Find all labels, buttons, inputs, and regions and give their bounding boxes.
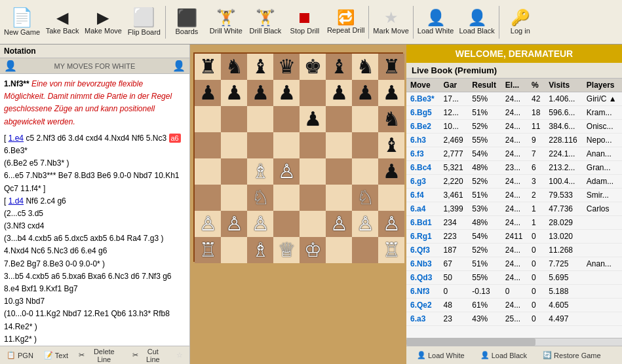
table-row[interactable]: 6.Bc45,32148%23...6213.2...Gran... [406,161,622,175]
table-row[interactable]: 6.Rg122354%2411013.020 [406,230,622,244]
table-row[interactable]: 6.Be210...52%24...11384.6...Onisc... [406,120,622,134]
square-c7[interactable]: ♟ [247,80,273,106]
make-move-button[interactable]: ▶ Make Move [82,9,125,36]
square-e1[interactable]: ♔ [300,237,326,263]
square-e5[interactable] [300,132,326,158]
square-f7[interactable]: ♟ [326,80,352,106]
table-row[interactable]: 6.f32,77754%24...7224.1...Anan... [406,147,622,161]
table-row[interactable]: 6.Be3*17...55%24...421.406...Giri/C ▲ [406,92,622,106]
load-white-button[interactable]: 👤 Load White [415,9,457,36]
cell-move[interactable]: 6.Qd3 [406,271,440,285]
square-h5[interactable]: ♝ [378,132,404,158]
square-e3[interactable] [300,185,326,211]
square-g2[interactable]: ♙ [352,211,378,237]
square-h4[interactable]: ♟ [378,158,404,185]
flip-board-button[interactable]: ⬜ Flip Board [125,7,164,37]
square-f8[interactable]: ♝ [326,54,352,80]
cell-move[interactable]: 6.h3 [406,134,440,147]
square-e7[interactable] [300,80,326,106]
square-h3[interactable] [378,185,404,211]
log-in-button[interactable]: 🔑 Log in [501,9,540,36]
load-black-button[interactable]: 👤 Load Black [456,9,497,36]
new-game-button[interactable]: 📄 New Game [1,7,43,37]
table-row[interactable]: 6.a32343%25...04.497 [406,312,622,326]
square-f2[interactable]: ♙ [326,211,352,237]
cell-move[interactable]: 6.Bg5 [406,106,440,120]
square-d1[interactable]: ♕ [273,237,300,263]
square-a5[interactable] [195,132,221,158]
load-black-bottom-button[interactable]: 👤 Load Black [475,350,532,361]
table-row[interactable]: 6.Qf318752%24...011.268 [406,244,622,257]
square-f3[interactable] [326,185,352,211]
square-d4[interactable]: ♙ [273,158,300,185]
table-row[interactable]: 6.a41,39953%24...147.736Carlos [406,202,622,216]
square-a4[interactable] [195,158,221,185]
table-row[interactable]: 6.Nb36751%24...07.725Anan... [406,257,622,271]
boards-button[interactable]: ⬛ Boards [167,8,206,37]
square-d6[interactable] [273,106,300,132]
square-b2[interactable]: ♙ [221,211,247,237]
square-a7[interactable]: ♟ [195,80,221,106]
square-d3[interactable] [273,185,300,211]
square-f1[interactable] [326,237,352,263]
move-link-e4[interactable]: 1.e4 [9,134,24,143]
square-e6[interactable]: ♟ [300,106,326,132]
square-b6[interactable] [221,106,247,132]
square-g4[interactable] [352,158,378,185]
square-b7[interactable]: ♟ [221,80,247,106]
square-c4[interactable]: ♗ [247,158,273,185]
square-g6[interactable] [352,106,378,132]
square-c8[interactable]: ♝ [247,54,273,80]
take-back-button[interactable]: ◀ Take Back [43,9,82,36]
square-h2[interactable]: ♙ [378,211,404,237]
table-row[interactable]: 6.g32,22052%24...3100.4...Adam... [406,175,622,189]
cell-move[interactable]: 6.Qe2 [406,299,440,312]
stop-drill-button[interactable]: ⏹ Stop Drill [285,9,324,36]
pgn-button[interactable]: 📋 PGN [3,350,37,361]
table-row[interactable]: 6.h32,46955%24...9228.116Nepo... [406,134,622,147]
square-h8[interactable]: ♜ [378,54,404,80]
cell-move[interactable]: 6.Bd1 [406,216,440,230]
square-d8[interactable]: ♛ [273,54,300,80]
square-a6[interactable] [195,106,221,132]
cut-line-button[interactable]: ✂ Cut Line [128,346,170,365]
square-a8[interactable]: ♜ [195,54,221,80]
square-b4[interactable] [221,158,247,185]
square-f6[interactable] [326,106,352,132]
square-g3[interactable]: ♘ [352,185,378,211]
square-c6[interactable] [247,106,273,132]
cell-move[interactable]: 6.Rg1 [406,230,440,244]
cell-move[interactable]: 6.Nf3 [406,285,440,299]
square-d5[interactable] [273,132,300,158]
mark-move-button[interactable]: ★ Mark Move [370,9,411,36]
square-g8[interactable]: ♞ [352,54,378,80]
move-link-d4[interactable]: 1.d4 [9,196,24,206]
chess-board[interactable]: ♜♞♝♛♚♝♞♜♟♟♟♟♟♟♟♟♞♝♗♙♟♘♘♙♙♙♙♙♙♖♗♕♔♖ [193,52,403,262]
square-h7[interactable]: ♟ [378,80,404,106]
repeat-drill-button[interactable]: 🔁 Repeat Drill [324,9,367,35]
square-f5[interactable] [326,132,352,158]
drill-black-button[interactable]: 🏋 Drill Black [246,9,285,36]
square-c5[interactable] [247,132,273,158]
square-g1[interactable] [352,237,378,263]
cell-move[interactable]: 6.g3 [406,175,440,189]
square-c1[interactable]: ♗ [247,237,273,263]
delete-line-button[interactable]: ✂ Delete Line [75,346,126,365]
cell-move[interactable]: 6.Bc4 [406,161,440,175]
square-b3[interactable] [221,185,247,211]
square-d7[interactable]: ♟ [273,80,300,106]
table-row[interactable]: 6.Qd35055%24...05.695 [406,271,622,285]
star-button[interactable]: ☆ [172,350,187,361]
square-h6[interactable]: ♞ [378,106,404,132]
restore-game-button[interactable]: 🔄 Restore Game [537,350,606,361]
cell-move[interactable]: 6.Qf3 [406,244,440,257]
horizontal-scrollbar[interactable] [406,338,622,346]
table-row[interactable]: 6.Bg512...51%24...18596.6...Kram... [406,106,622,120]
square-d2[interactable] [273,211,300,237]
cell-move[interactable]: 6.Be3* [406,92,440,106]
square-e8[interactable]: ♚ [300,54,326,80]
square-c3[interactable]: ♘ [247,185,273,211]
square-b1[interactable] [221,237,247,263]
cell-move[interactable]: 6.f4 [406,189,440,202]
square-a2[interactable]: ♙ [195,211,221,237]
